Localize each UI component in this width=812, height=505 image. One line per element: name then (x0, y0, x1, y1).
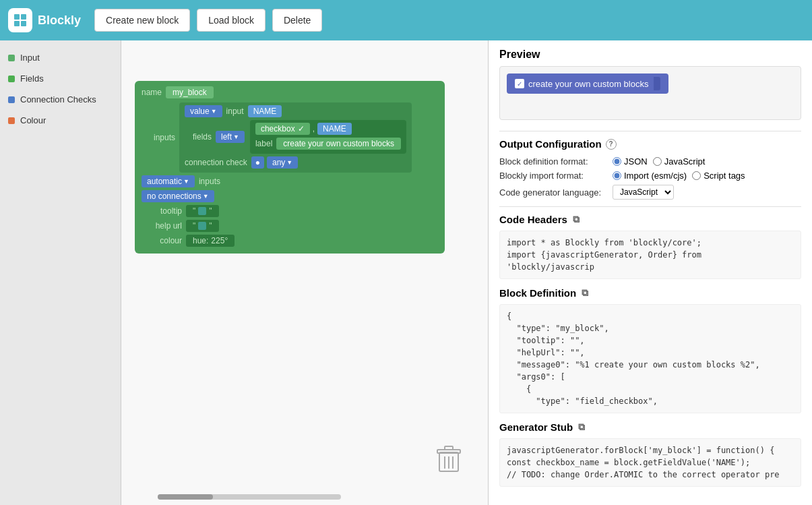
copy-headers-icon[interactable]: ⧉ (573, 214, 580, 225)
fields-label-block: fields (185, 132, 212, 142)
checkbox-block: checkbox ✓ (255, 123, 310, 135)
no-conn-arrow: ▼ (203, 193, 209, 200)
block-canvas: name my_block inputs value ▼ (135, 81, 445, 254)
esm-radio-label[interactable]: Import (esm/cjs) (613, 171, 687, 181)
scrollbar-thumb[interactable] (158, 494, 213, 500)
definition-pre: { "type": "my_block", "tooltip": "", "he… (507, 310, 794, 407)
load-block-button[interactable]: Load block (197, 9, 266, 32)
js-radio[interactable] (653, 157, 662, 166)
automatic-row: automatic ▼ inputs (142, 175, 438, 187)
horizontal-scrollbar[interactable] (158, 494, 341, 500)
label-row: label create your own custom blocks (255, 138, 401, 150)
colour-label: colour (142, 236, 182, 245)
hue-label: hue: (193, 236, 208, 245)
code-headers-section: Code Headers ⧉ import * as Blockly from … (499, 214, 801, 279)
preview-block-end (654, 77, 660, 90)
header: Blockly Create new block Load block Dele… (0, 0, 812, 40)
label-word: label (255, 139, 272, 148)
block-definition-code: { "type": "my_block", "tooltip": "", "he… (499, 304, 801, 413)
sidebar-item-fields[interactable]: Fields (0, 68, 121, 89)
js-radio-label[interactable]: JavaScript (653, 156, 706, 167)
colour-row: colour hue: 225° (142, 235, 438, 247)
sidebar-label-colour: Colour (20, 115, 46, 125)
inputs-row: inputs value ▼ input NAME (142, 102, 438, 173)
svg-rect-6 (445, 446, 453, 450)
sidebar: Input Fields Connection Checks Colour (0, 40, 121, 505)
json-radio-label[interactable]: JSON (613, 156, 648, 167)
esm-radio[interactable] (613, 171, 621, 180)
create-new-block-button[interactable]: Create new block (94, 9, 190, 32)
preview-checkbox: ✓ (515, 79, 524, 88)
script-radio-label[interactable]: Script tags (692, 171, 745, 181)
generator-stub-title: Generator Stub ⧉ (499, 421, 801, 433)
sidebar-label-fields: Fields (20, 73, 44, 84)
name-row: name my_block (142, 86, 438, 98)
main-block[interactable]: name my_block inputs value ▼ (135, 81, 445, 254)
left-dropdown-block[interactable]: left ▼ (216, 131, 245, 143)
svg-rect-3 (21, 21, 26, 26)
help-url-row: help url " " (142, 220, 438, 232)
json-radio[interactable] (613, 157, 621, 166)
workspace[interactable]: name my_block inputs value ▼ (121, 40, 489, 505)
sidebar-dot-input (8, 55, 15, 61)
generator-select[interactable]: JavaScript Python Dart Lua PHP (613, 185, 674, 200)
comma: , (313, 124, 315, 133)
sidebar-item-input[interactable]: Input (0, 47, 121, 68)
trash-icon[interactable] (437, 446, 461, 478)
js-label: JavaScript (664, 156, 706, 167)
any-dropdown-block[interactable]: any ▼ (267, 156, 298, 169)
preview-section: Preview ✓ create your own custom blocks (499, 49, 801, 120)
block-definition-title: Block Definition ⧉ (499, 287, 801, 299)
script-radio[interactable] (692, 171, 701, 180)
any-dropdown-arrow: ▼ (286, 159, 292, 166)
fields-subblock: checkbox ✓ , NAME label create your ow (250, 120, 406, 154)
generator-stub-code: javascriptGenerator.forBlock['my_block']… (499, 438, 801, 487)
input-word: input (226, 107, 244, 116)
name-value: my_block (166, 86, 214, 98)
connection-dot: ● (251, 156, 264, 169)
copy-definition-icon[interactable]: ⧉ (582, 287, 588, 299)
help-icon[interactable]: ? (606, 139, 617, 150)
value-input-row: value ▼ input NAME (185, 105, 406, 117)
left-dropdown-arrow: ▼ (233, 133, 239, 140)
format-row: Block definition format: JSON JavaScript (499, 156, 801, 167)
help-url-inner (198, 222, 206, 230)
generator-lang-row: Code generator language: JavaScript Pyth… (499, 185, 801, 200)
inputs-subblock: value ▼ input NAME fields left ▼ (179, 102, 412, 173)
delete-button[interactable]: Delete (272, 9, 322, 32)
stub-line-3: // TODO: change Order.ATOMIC to the corr… (507, 469, 794, 481)
code-headers-block: import * as Blockly from 'blockly/core';… (499, 231, 801, 279)
import-label: Blockly import format: (499, 171, 607, 181)
stub-line-2: const checkbox_name = block.getFieldValu… (507, 456, 794, 469)
sidebar-label-input: Input (20, 53, 40, 63)
value-dropdown-arrow: ▼ (211, 108, 217, 115)
logo-icon (8, 8, 32, 32)
logo-text: Blockly (38, 13, 81, 28)
tooltip-row: tooltip " " (142, 205, 438, 217)
auto-dropdown-arrow: ▼ (183, 178, 189, 185)
sidebar-item-connection-checks[interactable]: Connection Checks (0, 89, 121, 110)
help-url-label: help url (142, 221, 182, 231)
colour-value-block[interactable]: hue: 225° (186, 235, 235, 247)
tooltip-inner (198, 207, 206, 215)
format-label: Block definition format: (499, 156, 607, 167)
value-dropdown-block[interactable]: value ▼ (185, 105, 222, 117)
json-label: JSON (624, 156, 648, 167)
right-panel: Preview ✓ create your own custom blocks … (489, 40, 812, 505)
no-connections-block[interactable]: no connections ▼ (142, 190, 214, 202)
connection-check-row: connection check ● any ▼ (185, 156, 406, 169)
svg-rect-0 (14, 14, 20, 20)
logo: Blockly (8, 8, 81, 32)
stub-line-1: javascriptGenerator.forBlock['my_block']… (507, 444, 794, 456)
tooltip-value-block[interactable]: " " (186, 205, 219, 217)
copy-stub-icon[interactable]: ⧉ (578, 421, 585, 433)
block-definition-section: Block Definition ⧉ { "type": "my_block",… (499, 287, 801, 413)
automatic-dropdown-block[interactable]: automatic ▼ (142, 175, 195, 187)
main-layout: Input Fields Connection Checks Colour na… (0, 40, 812, 505)
label-text-block: create your own custom blocks (276, 138, 401, 150)
preview-block: ✓ create your own custom blocks (507, 73, 668, 94)
help-url-value-block[interactable]: " " (186, 220, 219, 232)
code-headers-title: Code Headers ⧉ (499, 214, 801, 225)
hue-value: 225° (211, 236, 228, 245)
sidebar-item-colour[interactable]: Colour (0, 110, 121, 131)
